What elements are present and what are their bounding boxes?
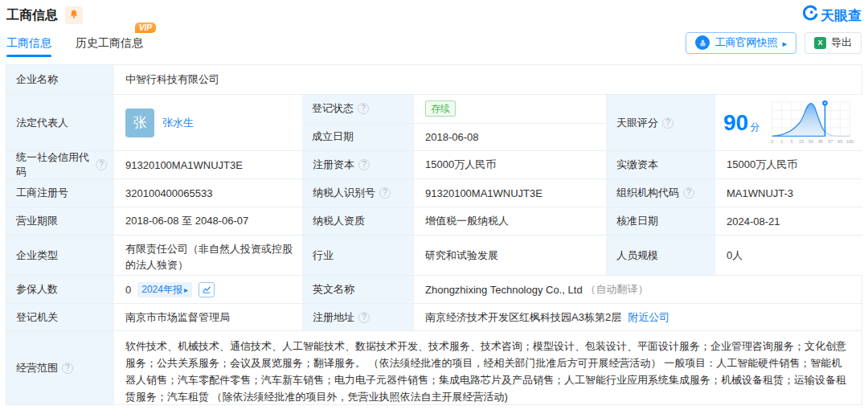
official-snapshot-label: 工商官网快照 (714, 35, 777, 50)
business-scope-value: 软件技术、机械技术、通信技术、人工智能技术、数据技术开发、技术服务、技术咨询；模… (113, 331, 862, 404)
tick-label: 99 (838, 139, 843, 144)
table-row: 工商注册号 320100400065533 纳税人识别号 91320100MA1… (6, 178, 862, 207)
reg-status-label: 登记状态 (302, 95, 413, 123)
table-subrow: 登记状态 存续 (302, 95, 606, 123)
table-row: 企业类型 有限责任公司（非自然人投资或控股的法人独资） 行业 研究和试验发展 人… (6, 235, 862, 275)
auto-translate-note: （自动翻译） (586, 282, 649, 297)
notification-bell-button[interactable] (65, 6, 83, 24)
tianyancha-logo-text: 天眼查 (821, 6, 862, 25)
export-button[interactable]: 导出 (805, 32, 862, 54)
tick-label: 0 (771, 139, 773, 144)
score-number: 90 (723, 112, 748, 134)
reg-capital-label-text: 注册资本 (313, 158, 354, 172)
line-chart-icon (202, 285, 211, 294)
tab-business-info-label: 工商信息 (6, 36, 51, 49)
help-icon[interactable] (358, 159, 370, 170)
table-row: 法定代表人 张 张水生 登记状态 存续 成立日期 2018-06-08 天眼评分 (6, 94, 862, 150)
tianyancha-logo-icon (801, 5, 818, 26)
help-icon[interactable] (662, 117, 674, 129)
credit-code-value: 91320100MA1WNUJT3E (113, 151, 302, 178)
business-term-value: 2018-06-08 至 2048-06-07 (113, 207, 302, 235)
nearby-companies-link[interactable]: 附近公司 (628, 310, 669, 325)
score-unit: 分 (750, 121, 760, 134)
legal-rep-name-link[interactable]: 张水生 (162, 116, 194, 130)
org-code-label: 组织机构代码 (606, 179, 714, 207)
english-name-label: 英文名称 (302, 276, 413, 303)
help-icon[interactable] (62, 363, 73, 374)
help-icon[interactable] (683, 187, 694, 199)
trend-chart-button[interactable] (199, 282, 215, 297)
excel-icon (814, 37, 826, 49)
paid-capital-value: 15000万人民币 (714, 151, 863, 178)
legal-rep-value: 张 张水生 (113, 95, 302, 150)
score-label: 天眼评分 (606, 95, 714, 150)
score-value: 90 分 (714, 95, 863, 150)
tick-label: 85 (818, 139, 823, 144)
table-row: 统一社会信用代码 91320100MA1WNUJT3E 注册资本 15000万人… (6, 150, 862, 178)
help-icon[interactable] (379, 187, 391, 199)
tick-label: 15 (799, 139, 804, 144)
table-row: 登记机关 南京市市场监督管理局 注册地址 南京经济技术开发区红枫科技园A3栋第2… (6, 303, 862, 330)
help-icon[interactable] (358, 312, 370, 323)
tianyancha-logo[interactable]: 天眼查 (801, 5, 862, 26)
approval-date-value: 2024-08-21 (714, 207, 863, 235)
industry-value: 研究和试验发展 (413, 236, 606, 275)
reg-capital-label: 注册资本 (302, 151, 413, 178)
tab-history-business-info[interactable]: 历史工商信息 VIP (76, 25, 143, 61)
english-name-text: Zhongzhixing Technology Co., Ltd (425, 284, 583, 296)
tick-label: 100 (846, 139, 854, 144)
company-type-label: 企业类型 (6, 236, 113, 275)
table-subrow: 成立日期 2018-06-08 (302, 123, 606, 151)
tick-label: 1 (780, 139, 783, 144)
action-buttons: 工商官网快照 导出 (686, 32, 862, 54)
taxpayer-id-label-text: 纳税人识别号 (313, 186, 375, 200)
score-distribution-chart: 0 1 3 15 50 85 97 99 100 (768, 97, 856, 148)
table-row: 营业期限 2018-06-08 至 2048-06-07 纳税人资质 增值税一般… (6, 207, 862, 235)
topbar: 工商信息 天眼查 (0, 0, 868, 24)
taxpayer-quality-value: 增值税一般纳税人 (413, 207, 606, 235)
insured-count-value: 0 2024年报 (113, 276, 302, 303)
title-area: 工商信息 (6, 6, 83, 24)
business-info-table: 企业名称 中智行科技有限公司 法定代表人 张 张水生 登记状态 存续 成立日期 … (6, 64, 862, 405)
approval-date-label: 核准日期 (606, 207, 714, 235)
tick-label: 50 (809, 139, 813, 144)
tab-history-label: 历史工商信息 (76, 36, 143, 49)
business-scope-label: 经营范围 (6, 331, 113, 404)
paid-capital-label: 实缴资本 (606, 151, 714, 178)
vip-badge: VIP (135, 23, 156, 33)
reg-authority-value: 南京市市场监督管理局 (113, 304, 302, 330)
reg-address-text: 南京经济技术开发区红枫科技园A3栋第2层 (425, 310, 621, 325)
status-date-subtable: 登记状态 存续 成立日期 2018-06-08 (302, 95, 606, 150)
establish-date-value: 2018-06-08 (413, 124, 606, 151)
table-row: 经营范围 软件技术、机械技术、通信技术、人工智能技术、数据技术开发、技术服务、技… (6, 330, 862, 404)
arrow-right-icon (782, 37, 787, 49)
org-code-value: MA1WNUJT-3 (714, 179, 863, 207)
reg-authority-label: 登记机关 (6, 304, 113, 330)
company-type-value: 有限责任公司（非自然人投资或控股的法人独资） (113, 236, 302, 275)
taxpayer-id-value: 91320100MA1WNUJT3E (413, 179, 606, 207)
industry-label: 行业 (302, 236, 413, 275)
help-icon[interactable] (358, 103, 369, 114)
staff-size-value: 0人 (714, 236, 863, 275)
avatar[interactable]: 张 (125, 109, 154, 137)
company-type-text: 有限责任公司（非自然人投资或控股的法人独资） (125, 237, 293, 273)
taxpayer-id-label: 纳税人识别号 (302, 179, 413, 207)
reg-status-label-text: 登记状态 (312, 101, 354, 116)
score-label-text: 天眼评分 (616, 116, 658, 130)
org-code-label-text: 组织机构代码 (616, 186, 679, 200)
tabbar: 工商信息 历史工商信息 VIP 工商官网快照 导出 (0, 24, 868, 61)
business-scope-label-text: 经营范围 (16, 361, 58, 375)
business-term-label: 营业期限 (6, 207, 113, 235)
help-icon[interactable] (96, 159, 107, 170)
reg-capital-value: 15000万人民币 (413, 151, 606, 178)
reg-address-label-text: 注册地址 (313, 310, 354, 325)
taxpayer-quality-label: 纳税人资质 (302, 207, 413, 235)
annual-report-badge[interactable]: 2024年报 (137, 282, 192, 297)
reg-address-value: 南京经济技术开发区红枫科技园A3栋第2层 附近公司 (413, 304, 862, 330)
bell-icon (68, 9, 80, 23)
credit-code-label-text: 统一社会信用代码 (16, 150, 92, 179)
credit-code-label: 统一社会信用代码 (6, 151, 113, 178)
tabs: 工商信息 历史工商信息 VIP (6, 24, 143, 61)
tab-business-info[interactable]: 工商信息 (6, 25, 51, 61)
official-snapshot-button[interactable]: 工商官网快照 (686, 32, 796, 54)
